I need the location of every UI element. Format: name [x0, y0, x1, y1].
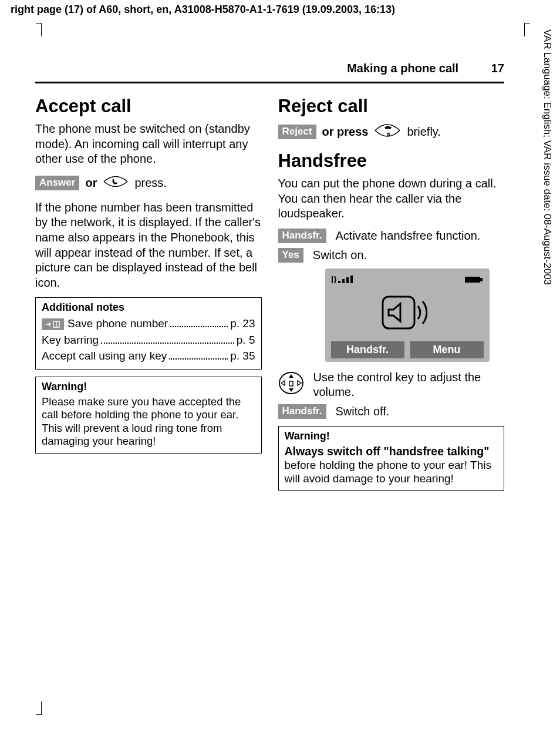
svg-marker-10 [298, 381, 301, 385]
svg-marker-8 [289, 388, 294, 392]
text-briefly: briefly. [407, 125, 440, 139]
softkey-handsfree: Handsfr. [278, 404, 326, 419]
warning-box: Warning! Always switch off "handsfree ta… [278, 426, 505, 491]
screen-softkey-right: Menu [410, 341, 484, 358]
right-margin-text: VAR Language: English; VAR issue date: 0… [541, 29, 553, 323]
heading-reject-call: Reject call [278, 96, 505, 117]
step-switch-off: Handsfr. Switch off. [278, 404, 505, 419]
warning-strong: Always switch off "handsfree talking" [285, 445, 490, 458]
softkey-reject: Reject [278, 125, 316, 139]
left-column: Accept call The phone must be switched o… [35, 91, 262, 703]
svg-rect-4 [480, 278, 483, 281]
save-to-phonebook-icon [42, 318, 64, 330]
top-header: right page (17) of A60, short, en, A3100… [11, 4, 395, 16]
step-text: Use the control key to adjust the volume… [313, 370, 505, 399]
step-text: Switch off. [336, 404, 504, 419]
svg-marker-7 [289, 374, 294, 378]
running-header: Making a phone call 17 [35, 62, 504, 83]
step-volume: Use the control key to adjust the volume… [278, 370, 505, 399]
heading-handsfree: Handsfree [278, 150, 505, 172]
right-column: Reject call Reject or press briefly. Han… [278, 91, 505, 703]
box-title: Warning! [42, 381, 255, 393]
step-text: Activate handsfree function. [336, 229, 504, 243]
softkey-answer: Answer [35, 176, 79, 190]
control-key-icon [278, 371, 304, 398]
svg-marker-9 [281, 381, 285, 385]
notes-line: Key barring p. 5 [42, 332, 255, 346]
text-or-press: or press [322, 125, 369, 139]
svg-rect-3 [465, 277, 480, 283]
text-press: press. [134, 176, 166, 190]
step-activate-handsfree: Handsfr. Activate handsfree function. [278, 229, 505, 243]
softkey-yes: Yes [278, 248, 303, 263]
left-margin-text: © Siemens AG 2003, I:\Mobil\L55\A60_abge… [11, 276, 22, 723]
reject-instruction: Reject or press briefly. [278, 122, 505, 142]
box-title: Additional notes [42, 301, 255, 314]
warning-text: before holding the phone to your ear! Th… [285, 459, 491, 485]
warning-box: Warning! Please make sure you have accep… [35, 377, 262, 454]
paragraph: The phone must be switched on (standby m… [35, 122, 262, 167]
section-title: Making a phone call [347, 62, 458, 75]
step-switch-on: Yes Switch on. [278, 248, 505, 263]
svg-rect-5 [383, 297, 414, 328]
loudspeaker-icon [379, 294, 436, 333]
phone-screen-illustration: Handsfr. Menu [325, 268, 490, 362]
signal-icon [331, 275, 358, 284]
text-or: or [85, 176, 97, 190]
box-title: Warning! [285, 430, 498, 442]
screen-softkey-left: Handsfr. [331, 341, 404, 358]
battery-icon [464, 275, 484, 284]
warning-text: Please make sure you have accepted the c… [42, 395, 255, 448]
end-key-icon [374, 122, 401, 142]
additional-notes-box: Additional notes Save phone number p. 23… [35, 297, 262, 369]
crop-mark [511, 23, 525, 36]
notes-line: Save phone number p. 23 [42, 316, 255, 330]
crop-mark [41, 23, 55, 36]
crop-mark [41, 701, 55, 714]
notes-line: Accept call using any key p. 35 [42, 348, 255, 362]
svg-rect-11 [289, 381, 293, 386]
softkey-handsfree: Handsfr. [278, 229, 326, 243]
heading-accept-call: Accept call [35, 96, 262, 117]
call-key-icon [103, 174, 129, 192]
paragraph: You can put the phone down during a call… [278, 176, 505, 221]
paragraph: If the phone number has been transmitted… [35, 200, 262, 291]
step-text: Switch on. [313, 248, 504, 263]
page-number: 17 [491, 62, 504, 75]
answer-instruction: Answer or press. [35, 174, 262, 192]
